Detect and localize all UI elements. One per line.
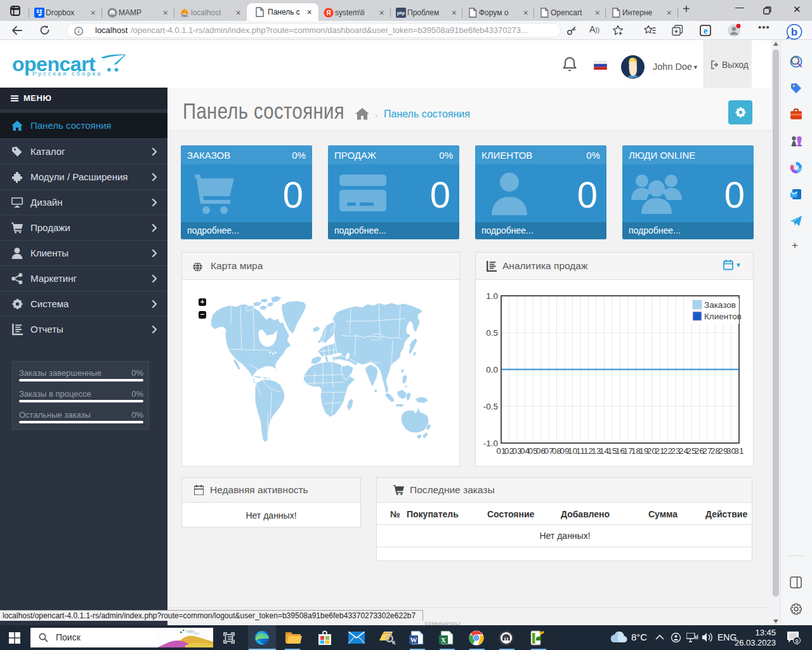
svg-text:b: b xyxy=(791,26,797,38)
svg-text:e: e xyxy=(704,26,707,36)
svg-text:9: 9 xyxy=(795,638,798,644)
svg-text:31: 31 xyxy=(734,446,743,456)
svg-text:-0.5: -0.5 xyxy=(483,402,498,411)
svg-text:1.0: 1.0 xyxy=(486,291,498,301)
svg-text:0.0: 0.0 xyxy=(486,365,498,375)
svg-text:php: php xyxy=(397,11,405,16)
svg-text:W: W xyxy=(410,636,417,644)
svg-text:Заказов: Заказов xyxy=(704,300,736,310)
svg-text:Я: Я xyxy=(326,10,331,17)
svg-text:Клиентов: Клиентов xyxy=(704,312,742,321)
svg-text:X: X xyxy=(441,636,446,644)
svg-text:0.5: 0.5 xyxy=(486,328,498,338)
svg-text:PMA: PMA xyxy=(181,15,188,18)
